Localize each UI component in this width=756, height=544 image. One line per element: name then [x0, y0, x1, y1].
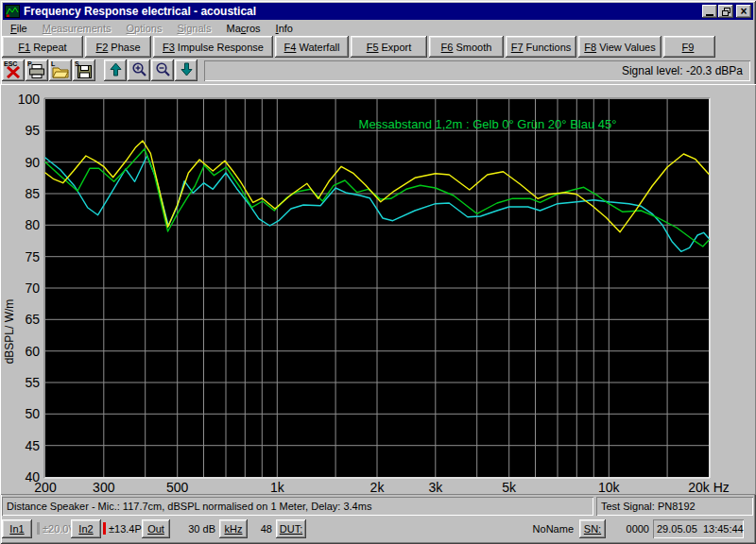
open-folder-icon — [52, 66, 69, 78]
menu-signals: Signals — [169, 21, 218, 36]
zoom-in-button[interactable] — [128, 60, 150, 81]
restore-icon — [722, 8, 730, 16]
svg-text:90: 90 — [25, 155, 40, 170]
window-title: Frequency Response electrical - acoustic… — [24, 5, 701, 18]
toolbar: ESC P L S — [0, 59, 756, 83]
f6-smooth-button[interactable]: F6Smooth — [429, 36, 504, 58]
close-icon: × — [740, 7, 747, 16]
date-label: 29.05.05 — [657, 523, 697, 535]
serial-number-button[interactable]: SN: — [579, 519, 606, 538]
print-button[interactable]: P — [26, 60, 48, 81]
zoom-in-icon — [131, 61, 147, 77]
svg-text:95: 95 — [25, 123, 40, 138]
title-bar: Frequency Response electrical - acoustic… — [3, 3, 753, 20]
svg-text:10k: 10k — [598, 480, 621, 494]
app-icon — [5, 5, 20, 18]
svg-text:45: 45 — [25, 438, 40, 453]
output-button[interactable]: Out — [142, 519, 170, 538]
floppy-disk-icon — [77, 65, 92, 78]
bottom-bar: In1 ±20.0V In2 ±13.4Pa Out 30 dB kHz 48 … — [0, 518, 756, 541]
f3-impulse-response-button[interactable]: F3Impulse Response — [153, 36, 273, 58]
input1-button[interactable]: In1 — [2, 519, 32, 538]
svg-text:65: 65 — [25, 312, 40, 327]
open-file-button[interactable]: L — [49, 60, 72, 81]
close-button[interactable]: × — [736, 5, 751, 18]
scale-up-button[interactable] — [104, 60, 127, 81]
dut-button[interactable]: DUT: — [276, 519, 306, 538]
f4-waterfall-button[interactable]: F4Waterfall — [275, 36, 349, 58]
serial-number-value: 0000 — [614, 519, 649, 538]
arrow-down-icon — [179, 61, 195, 77]
f1-repeat-button[interactable]: F1Repeat — [2, 36, 83, 58]
test-signal-readout: Test Signal: PN8192 — [596, 497, 753, 516]
scale-down-button[interactable] — [175, 60, 198, 81]
svg-text:dBSPL/ W/m: dBSPL/ W/m — [3, 299, 16, 365]
svg-text:2k: 2k — [370, 480, 386, 494]
menu-file[interactable]: File — [3, 21, 35, 36]
svg-text:Messabstand 1,2m : Gelb 0° Gr: Messabstand 1,2m : Gelb 0° Grün 20° Blau… — [359, 117, 617, 131]
minimize-icon — [706, 14, 713, 16]
svg-text:70: 70 — [25, 280, 40, 296]
svg-text:60: 60 — [25, 344, 40, 359]
svg-text:100: 100 — [18, 92, 41, 107]
output-level-label: 30 dB — [172, 519, 215, 538]
svg-text:85: 85 — [25, 186, 40, 201]
save-button[interactable]: S — [73, 60, 95, 81]
f9-button[interactable]: F9 — [663, 36, 715, 58]
svg-text:500: 500 — [166, 480, 189, 494]
frequency-response-chart: 4045505560657075808590951002003005001k2k… — [0, 84, 756, 494]
input2-button[interactable]: In2 — [71, 519, 101, 538]
f2-phase-button[interactable]: F2Phase — [85, 36, 151, 58]
input1-level-indicator — [37, 522, 40, 535]
svg-text:200: 200 — [34, 480, 57, 494]
time-label: 13:45:44 — [703, 523, 744, 535]
menu-macros[interactable]: Macros — [219, 21, 268, 36]
function-key-bar: F1Repeat F2Phase F3Impulse Response F4Wa… — [2, 36, 715, 58]
measurement-status-text: Distance Speaker - Mic.: 117.7cm, dBSPL … — [2, 497, 593, 516]
khz-button[interactable]: kHz — [219, 519, 248, 538]
svg-text:55: 55 — [25, 375, 40, 390]
restore-button[interactable] — [718, 5, 733, 18]
svg-text:75: 75 — [25, 249, 40, 264]
cancel-x-icon — [6, 66, 21, 78]
svg-text:300: 300 — [93, 480, 115, 494]
svg-text:5k: 5k — [502, 480, 517, 494]
f8-view-values-button[interactable]: F8View Values — [578, 36, 662, 58]
svg-text:3k: 3k — [428, 480, 443, 494]
arrow-up-icon — [108, 61, 124, 77]
signal-level-readout: Signal level: -20.3 dBPa — [204, 60, 750, 81]
menu-measurements: Measurements — [35, 21, 119, 36]
date-time-field: 29.05.05 13:45:44 — [653, 519, 744, 538]
sample-rate-label: 48 — [246, 519, 272, 538]
zoom-out-icon — [155, 61, 171, 77]
input2-level-indicator — [103, 522, 106, 535]
menu-bar: File Measurements Options Signals Macros… — [3, 20, 753, 37]
menu-info[interactable]: Info — [268, 21, 301, 36]
minimize-button[interactable] — [702, 5, 717, 18]
cancel-button[interactable]: ESC — [2, 60, 25, 81]
svg-text:1k: 1k — [270, 480, 285, 494]
dut-name-label: NoName — [454, 519, 574, 538]
zoom-out-button[interactable] — [151, 60, 174, 81]
svg-text:20k Hz: 20k Hz — [688, 480, 730, 494]
app-window: Frequency Response electrical - acoustic… — [0, 0, 756, 544]
f7-functions-button[interactable]: F7Functions — [506, 36, 576, 58]
svg-text:80: 80 — [25, 217, 40, 232]
svg-text:50: 50 — [25, 406, 40, 421]
menu-options: Options — [119, 21, 170, 36]
chart-panel: 4045505560657075808590951002003005001k2k… — [0, 84, 756, 495]
f5-export-button[interactable]: F5Export — [351, 36, 427, 58]
